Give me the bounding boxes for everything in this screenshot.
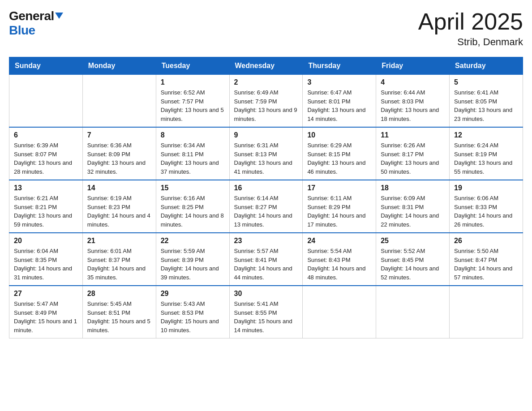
- day-info: Sunrise: 6:41 AMSunset: 8:05 PMDaylight:…: [454, 88, 518, 123]
- day-cell: 26Sunrise: 5:50 AMSunset: 8:47 PMDayligh…: [450, 233, 523, 286]
- day-number: 20: [14, 237, 78, 245]
- header-row: SundayMondayTuesdayWednesdayThursdayFrid…: [9, 57, 523, 75]
- day-cell: 22Sunrise: 5:59 AMSunset: 8:39 PMDayligh…: [156, 233, 229, 286]
- day-number: 17: [307, 184, 371, 192]
- day-info: Sunrise: 6:44 AMSunset: 8:03 PMDaylight:…: [381, 88, 445, 123]
- day-cell: 20Sunrise: 6:04 AMSunset: 8:35 PMDayligh…: [9, 233, 83, 286]
- day-info: Sunrise: 5:52 AMSunset: 8:45 PMDaylight:…: [381, 247, 445, 282]
- calendar-table: SundayMondayTuesdayWednesdayThursdayFrid…: [9, 57, 523, 338]
- day-number: 2: [234, 78, 298, 86]
- day-number: 3: [307, 78, 371, 86]
- day-cell: 9Sunrise: 6:31 AMSunset: 8:13 PMDaylight…: [229, 127, 303, 180]
- day-cell: 17Sunrise: 6:11 AMSunset: 8:29 PMDayligh…: [303, 180, 376, 233]
- day-info: Sunrise: 6:26 AMSunset: 8:17 PMDaylight:…: [381, 141, 445, 176]
- day-info: Sunrise: 5:41 AMSunset: 8:55 PMDaylight:…: [234, 300, 298, 334]
- day-info: Sunrise: 6:29 AMSunset: 8:15 PMDaylight:…: [307, 141, 371, 176]
- day-cell: [82, 75, 156, 128]
- day-number: 14: [87, 184, 151, 192]
- logo: General Blue: [9, 9, 63, 38]
- day-number: 16: [234, 184, 298, 192]
- week-row-4: 20Sunrise: 6:04 AMSunset: 8:35 PMDayligh…: [9, 233, 523, 286]
- week-row-5: 27Sunrise: 5:47 AMSunset: 8:49 PMDayligh…: [9, 286, 523, 338]
- day-number: 23: [234, 237, 298, 245]
- calendar-subtitle: Strib, Denmark: [418, 36, 523, 48]
- week-row-3: 13Sunrise: 6:21 AMSunset: 8:21 PMDayligh…: [9, 180, 523, 233]
- day-number: 24: [307, 237, 371, 245]
- day-cell: 21Sunrise: 6:01 AMSunset: 8:37 PMDayligh…: [82, 233, 156, 286]
- logo-general: General: [9, 9, 54, 23]
- day-cell: 11Sunrise: 6:26 AMSunset: 8:17 PMDayligh…: [376, 127, 450, 180]
- day-info: Sunrise: 6:21 AMSunset: 8:21 PMDaylight:…: [14, 194, 78, 229]
- day-info: Sunrise: 6:52 AMSunset: 7:57 PMDaylight:…: [161, 88, 225, 123]
- day-number: 7: [87, 131, 151, 139]
- day-info: Sunrise: 5:45 AMSunset: 8:51 PMDaylight:…: [87, 300, 151, 334]
- day-cell: [450, 286, 523, 338]
- day-number: 12: [454, 131, 518, 139]
- title-section: April 2025 Strib, Denmark: [418, 9, 523, 48]
- day-cell: 23Sunrise: 5:57 AMSunset: 8:41 PMDayligh…: [229, 233, 303, 286]
- day-info: Sunrise: 6:34 AMSunset: 8:11 PMDaylight:…: [161, 141, 225, 176]
- day-cell: 14Sunrise: 6:19 AMSunset: 8:23 PMDayligh…: [82, 180, 156, 233]
- day-cell: 1Sunrise: 6:52 AMSunset: 7:57 PMDaylight…: [156, 75, 229, 128]
- day-cell: 15Sunrise: 6:16 AMSunset: 8:25 PMDayligh…: [156, 180, 229, 233]
- day-cell: 7Sunrise: 6:36 AMSunset: 8:09 PMDaylight…: [82, 127, 156, 180]
- day-cell: 13Sunrise: 6:21 AMSunset: 8:21 PMDayligh…: [9, 180, 83, 233]
- day-number: 9: [234, 131, 298, 139]
- day-cell: 19Sunrise: 6:06 AMSunset: 8:33 PMDayligh…: [450, 180, 523, 233]
- day-number: 5: [454, 78, 518, 86]
- day-cell: 25Sunrise: 5:52 AMSunset: 8:45 PMDayligh…: [376, 233, 450, 286]
- col-header-tuesday: Tuesday: [156, 57, 229, 75]
- day-cell: [9, 75, 83, 128]
- day-number: 30: [234, 290, 298, 298]
- week-row-1: 1Sunrise: 6:52 AMSunset: 7:57 PMDaylight…: [9, 75, 523, 128]
- logo-blue: Blue: [9, 23, 35, 37]
- day-number: 8: [161, 131, 225, 139]
- day-info: Sunrise: 6:01 AMSunset: 8:37 PMDaylight:…: [87, 247, 151, 282]
- col-header-saturday: Saturday: [450, 57, 523, 75]
- day-info: Sunrise: 6:04 AMSunset: 8:35 PMDaylight:…: [14, 247, 78, 282]
- day-number: 22: [161, 237, 225, 245]
- logo-triangle-icon: [55, 13, 63, 19]
- day-info: Sunrise: 6:19 AMSunset: 8:23 PMDaylight:…: [87, 194, 151, 229]
- day-number: 21: [87, 237, 151, 245]
- day-cell: 29Sunrise: 5:43 AMSunset: 8:53 PMDayligh…: [156, 286, 229, 338]
- day-cell: 24Sunrise: 5:54 AMSunset: 8:43 PMDayligh…: [303, 233, 376, 286]
- page-header: General Blue April 2025 Strib, Denmark: [9, 9, 523, 48]
- col-header-wednesday: Wednesday: [229, 57, 303, 75]
- day-number: 11: [381, 131, 445, 139]
- day-cell: 6Sunrise: 6:39 AMSunset: 8:07 PMDaylight…: [9, 127, 83, 180]
- day-info: Sunrise: 6:09 AMSunset: 8:31 PMDaylight:…: [381, 194, 445, 229]
- day-cell: [303, 286, 376, 338]
- day-number: 29: [161, 290, 225, 298]
- day-cell: 28Sunrise: 5:45 AMSunset: 8:51 PMDayligh…: [82, 286, 156, 338]
- day-cell: 30Sunrise: 5:41 AMSunset: 8:55 PMDayligh…: [229, 286, 303, 338]
- day-cell: 3Sunrise: 6:47 AMSunset: 8:01 PMDaylight…: [303, 75, 376, 128]
- day-info: Sunrise: 6:39 AMSunset: 8:07 PMDaylight:…: [14, 141, 78, 176]
- day-cell: 18Sunrise: 6:09 AMSunset: 8:31 PMDayligh…: [376, 180, 450, 233]
- day-number: 25: [381, 237, 445, 245]
- day-info: Sunrise: 6:36 AMSunset: 8:09 PMDaylight:…: [87, 141, 151, 176]
- day-number: 6: [14, 131, 78, 139]
- day-info: Sunrise: 6:06 AMSunset: 8:33 PMDaylight:…: [454, 194, 518, 229]
- day-number: 27: [14, 290, 78, 298]
- day-info: Sunrise: 6:14 AMSunset: 8:27 PMDaylight:…: [234, 194, 298, 229]
- col-header-monday: Monday: [82, 57, 156, 75]
- day-info: Sunrise: 6:11 AMSunset: 8:29 PMDaylight:…: [307, 194, 371, 229]
- day-info: Sunrise: 6:16 AMSunset: 8:25 PMDaylight:…: [161, 194, 225, 229]
- day-number: 10: [307, 131, 371, 139]
- week-row-2: 6Sunrise: 6:39 AMSunset: 8:07 PMDaylight…: [9, 127, 523, 180]
- col-header-sunday: Sunday: [9, 57, 83, 75]
- day-cell: 8Sunrise: 6:34 AMSunset: 8:11 PMDaylight…: [156, 127, 229, 180]
- day-info: Sunrise: 6:49 AMSunset: 7:59 PMDaylight:…: [234, 88, 298, 123]
- day-cell: 5Sunrise: 6:41 AMSunset: 8:05 PMDaylight…: [450, 75, 523, 128]
- day-info: Sunrise: 5:43 AMSunset: 8:53 PMDaylight:…: [161, 300, 225, 334]
- day-cell: 12Sunrise: 6:24 AMSunset: 8:19 PMDayligh…: [450, 127, 523, 180]
- day-info: Sunrise: 6:24 AMSunset: 8:19 PMDaylight:…: [454, 141, 518, 176]
- day-number: 18: [381, 184, 445, 192]
- calendar-title: April 2025: [418, 9, 523, 34]
- day-cell: 4Sunrise: 6:44 AMSunset: 8:03 PMDaylight…: [376, 75, 450, 128]
- day-info: Sunrise: 6:47 AMSunset: 8:01 PMDaylight:…: [307, 88, 371, 123]
- day-number: 13: [14, 184, 78, 192]
- col-header-thursday: Thursday: [303, 57, 376, 75]
- day-number: 19: [454, 184, 518, 192]
